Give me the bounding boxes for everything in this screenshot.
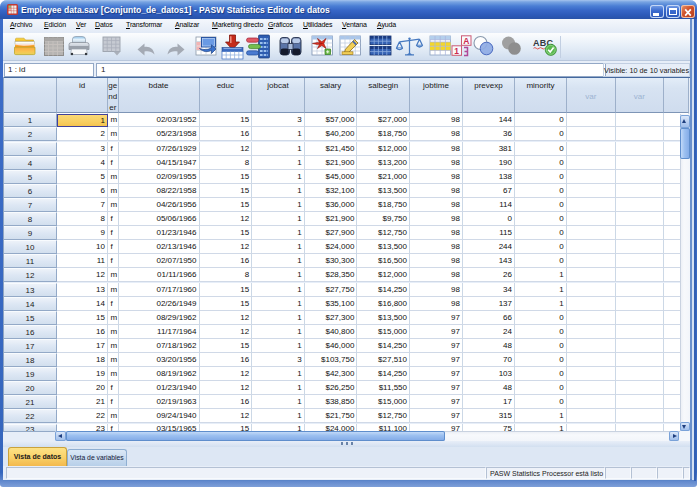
svg-text:A: A [463,36,469,46]
svg-text:1: 1 [454,46,459,56]
